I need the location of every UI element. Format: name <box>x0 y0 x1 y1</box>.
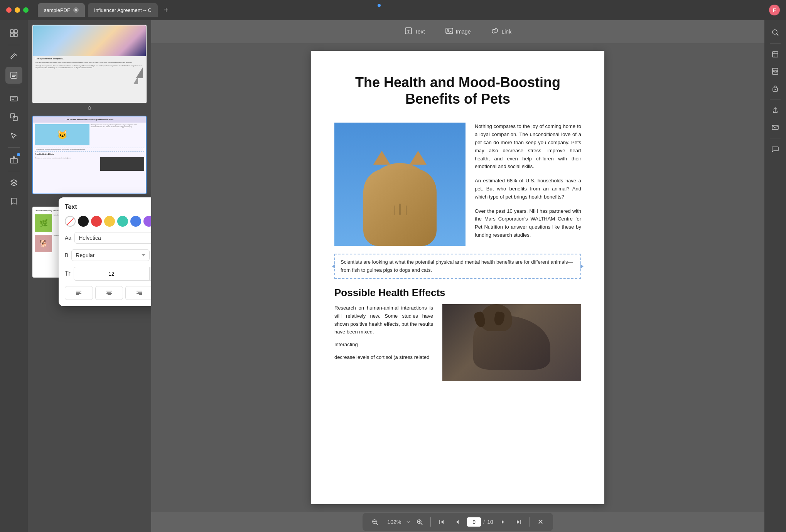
add-tab-button[interactable]: + <box>161 5 172 15</box>
toolbar-image-button[interactable]: Image <box>440 24 476 39</box>
current-page-input[interactable] <box>467 517 481 527</box>
svg-rect-2 <box>10 34 13 37</box>
svg-rect-11 <box>10 114 15 118</box>
toolbar-text-button[interactable]: T Text <box>399 24 430 39</box>
nav-separator-2 <box>530 517 530 527</box>
nav-separator-1 <box>430 517 431 527</box>
align-left-button[interactable] <box>65 286 93 300</box>
traffic-lights <box>6 7 29 13</box>
image-tool-icon <box>445 27 454 37</box>
selected-text-content: Scientists are looking at what the poten… <box>341 258 575 274</box>
right-icon-mail[interactable] <box>767 120 783 135</box>
sidebar-icon-select[interactable] <box>5 127 22 144</box>
svg-line-45 <box>777 34 779 36</box>
sidebar-divider-3 <box>8 147 20 148</box>
size-tr-label: Tr <box>65 270 71 277</box>
zoom-out-button[interactable] <box>368 515 382 529</box>
user-avatar[interactable]: F <box>769 5 780 15</box>
pdf-content[interactable]: The Health and Mood-Boosting Benefits of… <box>151 43 764 512</box>
svg-text:T: T <box>407 29 410 34</box>
selected-text-box[interactable]: Scientists are looking at what the poten… <box>334 254 581 279</box>
pdf-section-title: Possible Health Effects <box>334 287 581 299</box>
color-swatch-blue[interactable] <box>130 216 141 227</box>
pdf-title: The Health and Mood-Boosting Benefits of… <box>334 74 581 107</box>
right-divider-3 <box>770 138 781 138</box>
zoom-in-button[interactable] <box>413 515 427 529</box>
nav-close-button[interactable]: ✕ <box>534 515 548 529</box>
last-page-button[interactable] <box>512 515 526 529</box>
first-page-button[interactable] <box>435 515 449 529</box>
tab-close-button[interactable]: ✕ <box>73 7 79 13</box>
prev-page-button[interactable] <box>451 515 465 529</box>
right-icon-comment[interactable] <box>767 141 783 157</box>
bottom-nav: 102% <box>151 512 764 532</box>
pdf-dog-image <box>442 304 581 381</box>
svg-rect-1 <box>14 30 17 33</box>
sidebar-icon-forms[interactable] <box>5 90 22 107</box>
weight-select[interactable]: Regular Bold Italic <box>71 249 150 261</box>
zoom-dropdown-icon[interactable] <box>406 521 410 523</box>
total-pages: 10 <box>487 519 493 525</box>
next-page-button[interactable] <box>496 515 509 529</box>
pdf-text-column: Nothing compares to the joy of coming ho… <box>475 123 581 246</box>
svg-point-51 <box>775 89 776 90</box>
svg-rect-3 <box>14 34 17 37</box>
tab-samplepdf[interactable]: samplePDF ✕ <box>38 3 85 17</box>
thumbnail-page-8[interactable]: This experiment can be repeated... over … <box>32 25 147 111</box>
thumbnail-page-num-8: 8 <box>32 106 147 111</box>
color-swatch-purple[interactable] <box>143 216 151 227</box>
pdf-cat-image <box>334 123 466 246</box>
align-row <box>65 286 151 300</box>
minimize-window-button[interactable] <box>15 7 20 13</box>
sidebar-icon-gift[interactable] <box>5 151 22 168</box>
right-icon-search[interactable] <box>767 25 783 40</box>
color-row <box>65 216 151 227</box>
color-swatch-yellow[interactable] <box>104 216 115 227</box>
close-window-button[interactable] <box>6 7 12 13</box>
svg-rect-46 <box>773 52 778 57</box>
svg-rect-12 <box>13 116 17 121</box>
text-tool-icon: T <box>404 27 413 37</box>
sidebar-icon-annotate[interactable] <box>5 67 22 84</box>
svg-rect-33 <box>446 28 453 34</box>
color-swatch-teal[interactable] <box>117 216 128 227</box>
fullscreen-window-button[interactable] <box>23 7 29 13</box>
thumbnail-page-9[interactable]: The Health and Mood-Boosting Benefits of… <box>32 116 147 202</box>
sidebar-divider-1 <box>8 45 20 45</box>
font-row: Aa Helvetica Arial Times New Roman <box>65 232 151 244</box>
thumbnail-img-8: This experiment can be repeated... over … <box>33 25 146 103</box>
right-icon-share[interactable] <box>767 103 783 118</box>
pdf-paragraph-1: Nothing compares to the joy of coming ho… <box>475 123 581 171</box>
sidebar-icon-layers[interactable] <box>5 174 22 191</box>
sidebar-icon-highlight[interactable] <box>5 48 22 65</box>
sidebar-divider-4 <box>8 171 20 171</box>
pdf-bottom-text: Research on human-animal interactions is… <box>334 304 433 381</box>
page-info: / 10 <box>467 517 493 527</box>
pdf-page: The Health and Mood-Boosting Benefits of… <box>311 51 604 504</box>
size-unit-select[interactable] <box>149 267 151 280</box>
pdf-main-content: Nothing compares to the joy of coming ho… <box>334 123 581 246</box>
title-bar: samplePDF ✕ Influencer Agreement -- C + … <box>0 0 786 20</box>
color-swatch-black[interactable] <box>78 216 89 227</box>
tab-influencer[interactable]: Influencer Agreement -- C <box>88 3 158 17</box>
right-icon-pdf[interactable]: PDF <box>767 64 783 79</box>
text-popup: Text Aa <box>59 197 151 306</box>
color-swatch-red[interactable] <box>91 216 102 227</box>
align-right-button[interactable] <box>125 286 151 300</box>
pdf-toolbar: T Text Image <box>151 20 764 43</box>
toolbar-link-button[interactable]: Link <box>485 24 517 39</box>
sidebar-icon-transform[interactable] <box>5 109 22 126</box>
right-icon-scan[interactable] <box>767 47 783 62</box>
svg-line-41 <box>421 523 422 525</box>
link-tool-icon <box>491 27 499 37</box>
sidebar-icon-bookmark[interactable] <box>5 193 22 210</box>
sidebar-icon-thumbnails[interactable] <box>5 25 22 42</box>
color-swatch-transparent[interactable] <box>65 216 76 227</box>
size-input[interactable]: 12 <box>74 268 149 279</box>
font-select[interactable]: Helvetica Arial Times New Roman <box>74 232 151 244</box>
right-icon-lock[interactable] <box>767 81 783 96</box>
page-separator: / <box>483 519 485 525</box>
size-input-wrap: 12 <box>74 267 151 281</box>
pdf-area: T Text Image <box>151 20 764 532</box>
align-center-button[interactable] <box>95 286 123 300</box>
